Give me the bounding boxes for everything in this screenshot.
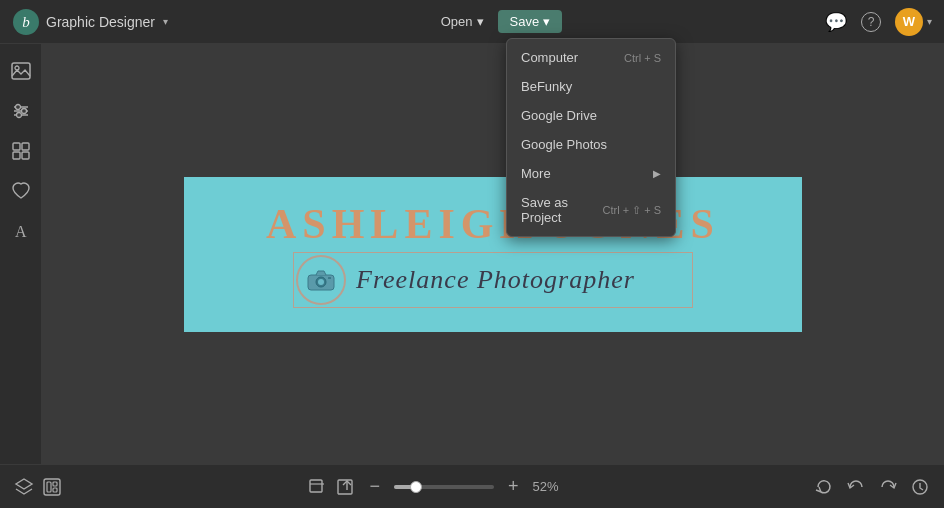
redo-icon[interactable] xyxy=(878,477,898,497)
svg-rect-2 xyxy=(12,63,30,79)
refresh-icon[interactable] xyxy=(814,477,834,497)
app-logo: b xyxy=(12,8,40,36)
camera-circle xyxy=(296,255,346,305)
avatar-chevron: ▾ xyxy=(927,16,932,27)
zoom-slider-thumb xyxy=(410,481,422,493)
dropdown-item-save-project-label: Save as Project xyxy=(521,195,602,225)
sidebar-item-grid[interactable] xyxy=(4,134,38,168)
svg-text:b: b xyxy=(22,14,30,30)
help-icon[interactable]: ? xyxy=(861,12,881,32)
svg-point-8 xyxy=(21,109,26,114)
svg-rect-22 xyxy=(53,482,57,486)
topbar: b Graphic Designer ▾ Open ▾ Save ▾ 💬 ? W… xyxy=(0,0,944,44)
dropdown-item-computer-label: Computer xyxy=(521,50,624,65)
user-menu[interactable]: W ▾ xyxy=(895,8,932,36)
dropdown-item-googlephotos[interactable]: Google Photos xyxy=(507,130,675,159)
undo-icon[interactable] xyxy=(846,477,866,497)
save-dropdown: Computer Ctrl + S BeFunky Google Drive G… xyxy=(506,38,676,237)
bottombar-left xyxy=(14,477,62,497)
bottombar: − + 52% xyxy=(0,464,944,508)
canvas-area: ASHLEIGH JONES Freelance Photographer xyxy=(42,44,944,464)
zoom-in-button[interactable]: + xyxy=(502,474,525,499)
svg-text:A: A xyxy=(15,223,27,240)
svg-rect-21 xyxy=(47,482,51,492)
zoom-out-button[interactable]: − xyxy=(363,474,386,499)
dropdown-item-googledrive[interactable]: Google Drive xyxy=(507,101,675,130)
sidebar-item-image[interactable] xyxy=(4,54,38,88)
app-title: Graphic Designer xyxy=(46,14,155,30)
dropdown-item-save-project-shortcut: Ctrl + ⇧ + S xyxy=(602,204,661,217)
topbar-right: 💬 ? W ▾ xyxy=(825,8,932,36)
canvas-subtitle: Freelance Photographer xyxy=(356,265,635,295)
svg-rect-11 xyxy=(22,143,29,150)
svg-rect-12 xyxy=(13,152,20,159)
canvas-subtitle-row: Freelance Photographer xyxy=(293,252,693,308)
svg-point-9 xyxy=(16,113,21,118)
dropdown-item-computer[interactable]: Computer Ctrl + S xyxy=(507,43,675,72)
dropdown-item-more-label: More xyxy=(521,166,653,181)
layout-icon[interactable] xyxy=(42,477,62,497)
history-icon[interactable] xyxy=(910,477,930,497)
svg-point-7 xyxy=(15,105,20,110)
sidebar: A xyxy=(0,44,42,464)
crop-icon[interactable] xyxy=(307,477,327,497)
dropdown-item-befunky-label: BeFunky xyxy=(521,79,661,94)
topbar-center: Open ▾ Save ▾ xyxy=(168,10,825,33)
dropdown-item-googlephotos-label: Google Photos xyxy=(521,137,661,152)
design-canvas: ASHLEIGH JONES Freelance Photographer xyxy=(184,177,802,332)
dropdown-item-googledrive-label: Google Drive xyxy=(521,108,661,123)
bottombar-center: − + 52% xyxy=(72,474,804,499)
dropdown-item-befunky[interactable]: BeFunky xyxy=(507,72,675,101)
svg-rect-10 xyxy=(13,143,20,150)
avatar: W xyxy=(895,8,923,36)
camera-icon xyxy=(306,268,336,292)
export-icon[interactable] xyxy=(335,477,355,497)
open-button[interactable]: Open ▾ xyxy=(431,10,494,33)
topbar-left: b Graphic Designer ▾ xyxy=(12,8,168,36)
sidebar-item-favorites[interactable] xyxy=(4,174,38,208)
zoom-percent: 52% xyxy=(533,479,569,494)
dropdown-item-save-project[interactable]: Save as Project Ctrl + ⇧ + S xyxy=(507,188,675,232)
svg-rect-18 xyxy=(328,277,331,279)
dropdown-item-more[interactable]: More ▶ xyxy=(507,159,675,188)
zoom-slider[interactable] xyxy=(394,485,494,489)
svg-rect-23 xyxy=(53,488,57,492)
chat-icon[interactable]: 💬 xyxy=(825,11,847,33)
save-button[interactable]: Save ▾ xyxy=(498,10,563,33)
svg-marker-19 xyxy=(16,479,32,489)
sidebar-item-text[interactable]: A xyxy=(4,214,38,248)
sidebar-item-adjust[interactable] xyxy=(4,94,38,128)
dropdown-item-computer-shortcut: Ctrl + S xyxy=(624,52,661,64)
svg-rect-13 xyxy=(22,152,29,159)
dropdown-item-more-arrow: ▶ xyxy=(653,168,661,179)
layers-icon[interactable] xyxy=(14,477,34,497)
svg-point-17 xyxy=(318,279,324,285)
bottombar-right xyxy=(814,477,930,497)
svg-rect-24 xyxy=(310,480,322,492)
